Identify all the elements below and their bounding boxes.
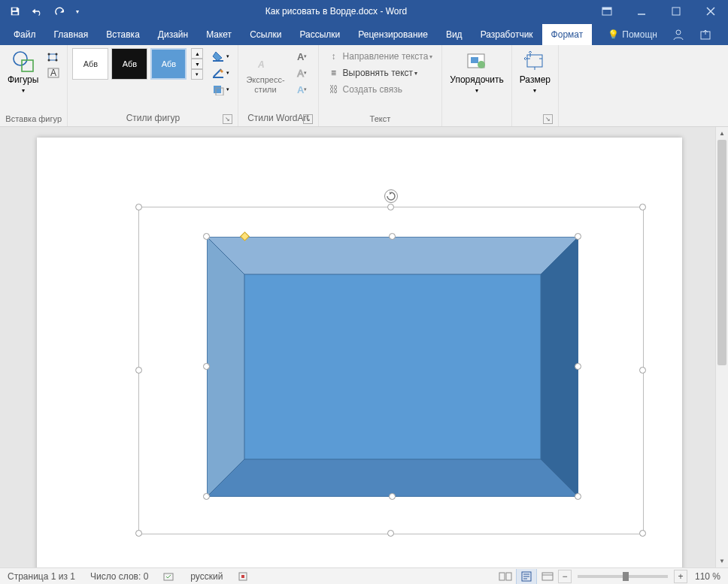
group-arrange: Упорядочить▾ <box>442 45 511 126</box>
size-icon <box>523 50 547 74</box>
svg-rect-25 <box>471 57 478 63</box>
drawing-canvas-selection[interactable] <box>138 207 644 534</box>
status-macro[interactable] <box>230 571 256 582</box>
canvas-handle-t[interactable] <box>387 204 394 210</box>
svg-rect-21 <box>214 86 221 93</box>
tab-references[interactable]: Ссылки <box>241 24 290 45</box>
group-wordart-styles: A Экспресс- стили A▾ A▾ A▾ Стили WordArt… <box>238 45 318 126</box>
redo-button[interactable] <box>50 1 71 22</box>
text-outline-button[interactable]: A▾ <box>291 65 314 81</box>
zoom-slider[interactable] <box>578 575 668 578</box>
close-button[interactable] <box>693 0 728 23</box>
tab-mailings[interactable]: Рассылки <box>290 24 349 45</box>
text-fill-button[interactable]: A▾ <box>291 48 314 65</box>
group-label-insert-shapes: Вставка фигур <box>5 113 62 126</box>
svg-rect-19 <box>213 60 223 62</box>
arrange-button[interactable]: Упорядочить▾ <box>447 48 506 97</box>
size-button[interactable]: Размер▾ <box>517 48 554 97</box>
quick-styles-button[interactable]: A Экспресс- стили <box>243 48 287 96</box>
tab-view[interactable]: Вид <box>437 24 472 45</box>
quick-access-toolbar: ▾ <box>0 1 83 22</box>
minimize-button[interactable] <box>624 0 659 23</box>
tab-insert[interactable]: Вставка <box>97 24 149 45</box>
maximize-button[interactable] <box>659 0 693 23</box>
sign-in-button[interactable] <box>665 24 692 45</box>
svg-rect-5 <box>672 8 680 15</box>
edit-shape-button[interactable] <box>44 48 62 65</box>
text-effects-button[interactable]: A▾ <box>291 81 314 98</box>
tab-review[interactable]: Рецензирование <box>349 24 437 45</box>
size-dialog-launcher[interactable]: ↘ <box>543 114 553 124</box>
tab-file[interactable]: Файл <box>5 24 45 45</box>
shape-styles-dialog-launcher[interactable]: ↘ <box>223 114 232 124</box>
view-print-layout-button[interactable] <box>516 569 537 584</box>
group-label-wordart: Стили WordArt↘ <box>243 111 313 126</box>
canvas-handle-b[interactable] <box>387 530 394 537</box>
align-text-icon: ≡ <box>328 67 340 79</box>
shape-fill-button[interactable]: ▾ <box>208 48 233 65</box>
tab-design[interactable]: Дизайн <box>149 24 197 45</box>
gallery-down[interactable]: ▼ <box>191 59 203 69</box>
shape-effects-button[interactable]: ▾ <box>208 81 233 98</box>
gallery-up[interactable]: ▲ <box>191 48 203 59</box>
svg-point-26 <box>478 61 485 68</box>
letter-a-icon: A <box>253 50 278 74</box>
svg-rect-49 <box>542 573 553 580</box>
ribbon-tabs: Файл Главная Вставка Дизайн Макет Ссылки… <box>0 23 728 45</box>
scroll-down-button[interactable]: ▼ <box>716 555 728 567</box>
canvas-handle-tr[interactable] <box>639 204 646 210</box>
svg-rect-44 <box>506 573 511 580</box>
group-text: ↕Направление текста ▾ ≡Выровнять текст ▾… <box>319 45 443 126</box>
text-direction-icon: ↕ <box>328 50 340 62</box>
status-word-count[interactable]: Число слов: 0 <box>83 571 156 582</box>
bulb-icon: 💡 <box>608 29 619 40</box>
wordart-dialog-launcher[interactable]: ↘ <box>303 114 313 124</box>
scroll-up-button[interactable]: ▲ <box>716 127 728 140</box>
shape-style-3[interactable]: Абв <box>150 48 187 80</box>
rotation-handle[interactable] <box>384 189 398 203</box>
svg-point-15 <box>48 59 50 62</box>
text-direction-button[interactable]: ↕Направление текста ▾ <box>323 48 438 65</box>
canvas-handle-l[interactable] <box>135 367 142 374</box>
create-link-button[interactable]: ⛓Создать связь <box>323 81 438 98</box>
tab-format[interactable]: Формат <box>542 24 593 45</box>
svg-rect-20 <box>213 77 223 78</box>
undo-button[interactable] <box>27 1 48 22</box>
shape-outline-button[interactable]: ▾ <box>208 65 233 81</box>
text-box-button[interactable]: A <box>44 65 62 81</box>
view-web-layout-button[interactable] <box>537 569 558 584</box>
qat-customize-button[interactable]: ▾ <box>72 1 83 22</box>
zoom-level-button[interactable]: 110 % <box>687 571 728 582</box>
status-language[interactable]: русский <box>183 571 230 582</box>
canvas-handle-tl[interactable] <box>135 204 142 210</box>
zoom-out-button[interactable]: − <box>558 570 572 583</box>
tell-me-button[interactable]: 💡Помощн <box>600 25 665 44</box>
canvas-handle-br[interactable] <box>639 530 646 537</box>
shape-style-2[interactable]: Абв <box>111 48 147 80</box>
tab-layout[interactable]: Макет <box>197 24 241 45</box>
status-page[interactable]: Страница 1 из 1 <box>0 571 83 582</box>
shape-style-1[interactable]: Абв <box>72 48 108 80</box>
arrange-icon <box>465 50 489 74</box>
tab-developer[interactable]: Разработчик <box>472 24 542 45</box>
scroll-thumb[interactable] <box>717 140 726 365</box>
view-read-mode-button[interactable] <box>495 569 516 584</box>
status-proofing[interactable] <box>156 571 183 582</box>
canvas-handle-r[interactable] <box>639 367 646 374</box>
svg-rect-42 <box>241 575 244 578</box>
document-page[interactable] <box>37 138 682 567</box>
group-label-shape-styles: Стили фигур↘ <box>72 111 233 126</box>
zoom-in-button[interactable]: + <box>674 570 687 583</box>
share-button[interactable] <box>692 24 719 45</box>
align-text-button[interactable]: ≡Выровнять текст ▾ <box>323 65 438 81</box>
help-area: 💡Помощн <box>600 24 728 45</box>
svg-rect-43 <box>499 573 505 580</box>
gallery-more[interactable]: ▾ <box>191 69 203 80</box>
canvas-handle-bl[interactable] <box>135 530 142 537</box>
shapes-button[interactable]: Фигуры▾ <box>5 48 41 97</box>
ribbon-display-button[interactable] <box>590 0 624 23</box>
svg-point-13 <box>48 53 50 56</box>
vertical-scrollbar[interactable]: ▲ ▼ <box>715 127 728 567</box>
tab-home[interactable]: Главная <box>45 24 98 45</box>
save-button[interactable] <box>5 1 26 22</box>
